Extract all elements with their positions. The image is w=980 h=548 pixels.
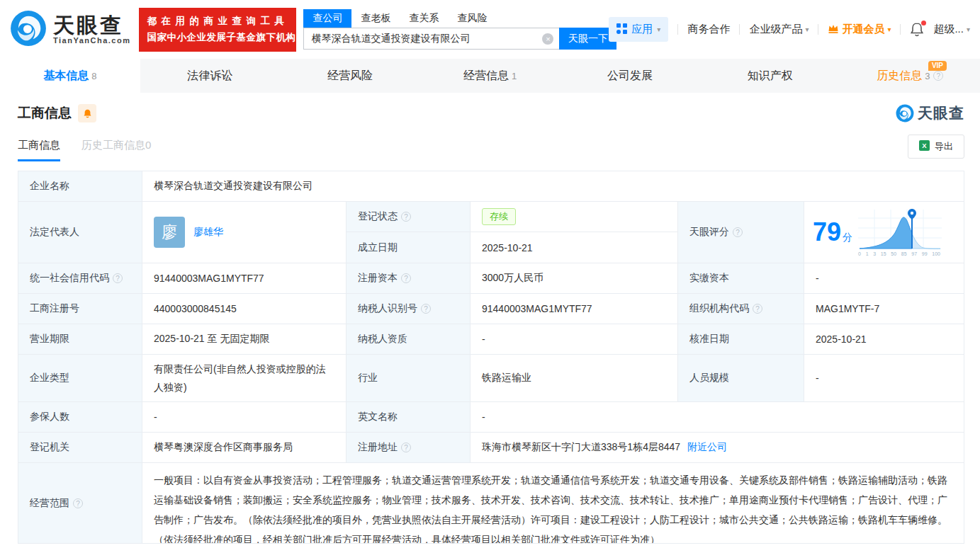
value-staff-size: - — [804, 355, 964, 402]
label-business-scope: 经营范围? — [18, 463, 142, 543]
watermark-logo-icon — [896, 104, 914, 122]
watermark-logo: 天眼查 — [896, 103, 964, 123]
top-nav: 应用 ▾ 商务合作 企业级产品 ▾ 开通会员 ▾ — [609, 0, 970, 59]
search-block: 查公司 查老板 查关系 查风险 × 天眼一下 — [303, 9, 616, 50]
nearby-companies-link[interactable]: 附近公司 — [687, 441, 727, 454]
tianyancha-logo[interactable]: 天眼查 TianYanCha.com — [10, 10, 130, 50]
chevron-down-icon: ▾ — [805, 25, 809, 33]
label-registration-authority: 登记机关 — [18, 433, 142, 463]
search-tabs: 查公司 查老板 查关系 查风险 — [303, 9, 616, 28]
label-company-name: 企业名称 — [18, 171, 142, 202]
search-tab-company[interactable]: 查公司 — [303, 9, 351, 28]
value-industry: 铁路运输业 — [471, 355, 678, 402]
divider — [739, 24, 740, 35]
label-insured-count: 参保人数 — [18, 402, 142, 433]
nav-super-label: 超级... — [933, 23, 964, 36]
value-legal-representative: 廖 廖雄华 — [142, 202, 347, 263]
business-info-table: 企业名称 横琴深合轨道交通投资建设有限公司 法定代表人 廖 廖雄华 登记状态? … — [18, 171, 964, 544]
chevron-down-icon: ▾ — [887, 25, 891, 33]
tab-operating-risk[interactable]: 经营风险 — [280, 59, 420, 93]
tab-count: 3 — [925, 71, 930, 81]
nav-super-vip[interactable]: 超级... ▾ — [933, 23, 970, 36]
legal-representative-link[interactable]: 廖雄华 — [193, 226, 223, 239]
value-company-name: 横琴深合轨道交通投资建设有限公司 — [142, 171, 964, 202]
help-icon[interactable]: ? — [401, 273, 411, 283]
value-english-name: - — [471, 402, 964, 433]
divider — [677, 24, 678, 35]
apps-grid-icon — [616, 23, 627, 36]
value-registration-status: 存续 — [471, 202, 678, 232]
help-icon[interactable]: ? — [933, 71, 943, 81]
nav-vip-label: 开通会员 — [842, 23, 884, 36]
label-english-name: 英文名称 — [347, 402, 471, 433]
tab-label: 法律诉讼 — [187, 69, 232, 84]
logo-title: 天眼查 — [53, 14, 130, 37]
value-registration-number: 440003000845145 — [142, 294, 347, 324]
apps-menu[interactable]: 应用 ▾ — [609, 17, 668, 42]
value-taxpayer-id: 91440003MAG1MYTF77 — [471, 294, 678, 324]
label-approval-date: 核准日期 — [678, 324, 804, 355]
label-registered-address: 注册地址? — [347, 433, 471, 463]
label-taxpayer-id: 纳税人识别号? — [347, 294, 471, 324]
search-button[interactable]: 天眼一下 — [559, 28, 616, 50]
help-icon[interactable]: ? — [401, 443, 411, 452]
value-business-term: 2025-10-21 至 无固定期限 — [142, 324, 347, 355]
notification-bell-icon[interactable] — [910, 22, 924, 38]
help-icon[interactable]: ? — [113, 273, 123, 283]
value-company-type: 有限责任公司(非自然人投资或控股的法人独资) — [142, 355, 347, 402]
help-icon[interactable]: ? — [421, 304, 431, 314]
help-icon[interactable]: ? — [753, 304, 762, 314]
help-icon[interactable]: ? — [401, 212, 411, 222]
value-tianyan-score: 79分 0131550859799100 — [804, 202, 964, 263]
tab-label: 公司发展 — [607, 69, 653, 84]
score-distribution-chart: 0131550859799100 — [858, 208, 942, 256]
value-business-scope: 一般项目：以自有资金从事投资活动；工程管理服务；轨道交通运营管理系统开发；轨道交… — [142, 463, 964, 543]
section-title: 工商信息 — [18, 104, 72, 122]
tab-company-development[interactable]: 公司发展 — [560, 59, 700, 93]
export-label: 导出 — [935, 140, 953, 153]
chevron-down-icon: ▾ — [657, 25, 660, 33]
label-establish-date: 成立日期 — [347, 232, 471, 263]
label-industry: 行业 — [347, 355, 471, 402]
search-tab-risk[interactable]: 查风险 — [448, 9, 496, 28]
crown-icon — [828, 23, 839, 36]
tianyancha-logo-icon — [10, 10, 47, 50]
help-icon[interactable]: ? — [73, 498, 83, 508]
value-org-code: MAG1MYTF-7 — [804, 294, 964, 324]
search-tab-relation[interactable]: 查关系 — [400, 9, 448, 28]
nav-cooperation[interactable]: 商务合作 — [687, 23, 730, 36]
label-taxpayer-quality: 纳税人资质 — [347, 324, 471, 355]
notification-dot — [921, 21, 926, 25]
nav-open-vip[interactable]: 开通会员 ▾ — [828, 23, 891, 36]
avatar[interactable]: 廖 — [154, 217, 185, 248]
label-registration-status: 登记状态? — [347, 202, 471, 232]
company-tab-bar: 基本信息 8 法律诉讼 经营风险 经营信息 1 公司发展 知识产权 VIP 历史… — [0, 59, 980, 93]
value-establish-date: 2025-10-21 — [471, 232, 678, 263]
promo-banner: 都在用的商业查询工具 国家中小企业发展子基金旗下机构 — [139, 8, 296, 52]
score-number: 79 — [813, 217, 841, 246]
value-approval-date: 2025-10-21 — [804, 324, 964, 355]
tab-legal-proceedings[interactable]: 法律诉讼 — [140, 59, 281, 93]
chevron-down-icon: ▾ — [967, 25, 970, 33]
subtab-history-business-info[interactable]: 历史工商信息0 — [81, 139, 151, 161]
divider — [900, 24, 901, 35]
search-tab-boss[interactable]: 查老板 — [351, 9, 400, 28]
watermark-text: 天眼查 — [918, 103, 964, 123]
label-business-term: 营业期限 — [18, 324, 142, 355]
subscribe-bell-icon[interactable] — [78, 104, 96, 122]
nav-enterprise-products[interactable]: 企业级产品 ▾ — [749, 23, 809, 36]
search-input[interactable] — [303, 28, 559, 50]
tab-basic-info[interactable]: 基本信息 8 — [0, 59, 140, 93]
logo-domain: TianYanCha.com — [53, 36, 130, 45]
subtab-row: 工商信息 历史工商信息0 X 导出 — [0, 135, 980, 161]
value-registration-authority: 横琴粤澳深度合作区商事服务局 — [142, 433, 347, 463]
tab-intellectual-property[interactable]: 知识产权 — [700, 59, 840, 93]
subtab-business-info[interactable]: 工商信息 — [18, 139, 60, 161]
help-icon[interactable]: ? — [733, 227, 743, 237]
value-insured-count: - — [142, 402, 347, 433]
tab-history-info[interactable]: VIP 历史信息 3 ? — [840, 59, 980, 93]
score-unit: 分 — [843, 232, 852, 243]
export-button[interactable]: X 导出 — [908, 135, 964, 159]
tab-operating-info[interactable]: 经营信息 1 — [420, 59, 561, 93]
value-paid-capital: - — [804, 263, 964, 294]
